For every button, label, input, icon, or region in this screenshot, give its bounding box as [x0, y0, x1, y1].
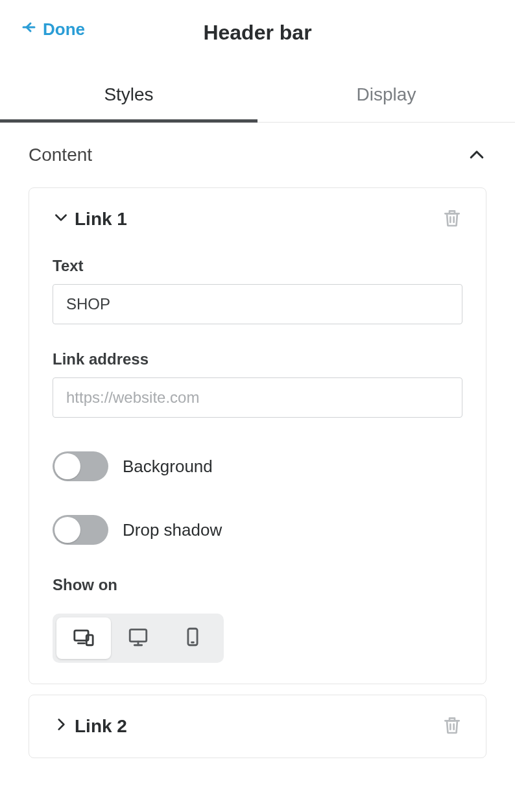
link-card-2-header[interactable]: Link 2: [53, 715, 462, 738]
mobile-icon: [182, 626, 204, 651]
arrow-left-icon: [21, 19, 36, 40]
done-button[interactable]: Done: [21, 19, 85, 40]
show-on-mobile[interactable]: [165, 617, 220, 659]
text-label: Text: [53, 257, 462, 275]
toggle-knob: [54, 517, 80, 543]
done-label: Done: [43, 19, 85, 40]
link-card-1-header[interactable]: Link 1: [53, 208, 462, 231]
link-card-1: Link 1 Text Link address Background Drop…: [29, 187, 486, 684]
tab-label: Display: [357, 84, 416, 104]
link-card-2: Link 2: [29, 695, 486, 758]
chevron-down-icon: [53, 209, 69, 230]
delete-link-1-button[interactable]: [442, 208, 462, 231]
show-on-desktop[interactable]: [111, 617, 165, 659]
section-content-header[interactable]: Content: [0, 123, 515, 177]
desktop-icon: [127, 626, 149, 651]
show-on-all-devices[interactable]: [56, 617, 111, 659]
link-1-title: Link 1: [75, 209, 127, 230]
background-toggle[interactable]: [53, 451, 108, 481]
section-title: Content: [29, 145, 92, 165]
tab-display[interactable]: Display: [258, 65, 515, 122]
all-devices-icon: [73, 626, 95, 651]
tab-label: Styles: [104, 84, 153, 104]
chevron-up-icon: [467, 145, 486, 165]
svg-rect-2: [130, 630, 147, 641]
toggle-knob: [54, 453, 80, 479]
show-on-label: Show on: [53, 576, 462, 594]
chevron-right-icon: [53, 716, 69, 737]
trash-icon: [442, 726, 462, 737]
link-address-input[interactable]: [53, 377, 462, 418]
link-text-input[interactable]: [53, 284, 462, 324]
tab-styles[interactable]: Styles: [0, 65, 258, 122]
background-toggle-label: Background: [123, 457, 213, 477]
page-title: Header bar: [203, 21, 311, 45]
dropshadow-toggle-label: Drop shadow: [123, 520, 222, 540]
dropshadow-toggle[interactable]: [53, 515, 108, 545]
trash-icon: [442, 219, 462, 230]
show-on-segmented: [53, 614, 224, 663]
delete-link-2-button[interactable]: [442, 715, 462, 738]
tabs: Styles Display: [0, 65, 515, 123]
link-2-title: Link 2: [75, 716, 127, 737]
link-address-label: Link address: [53, 350, 462, 368]
